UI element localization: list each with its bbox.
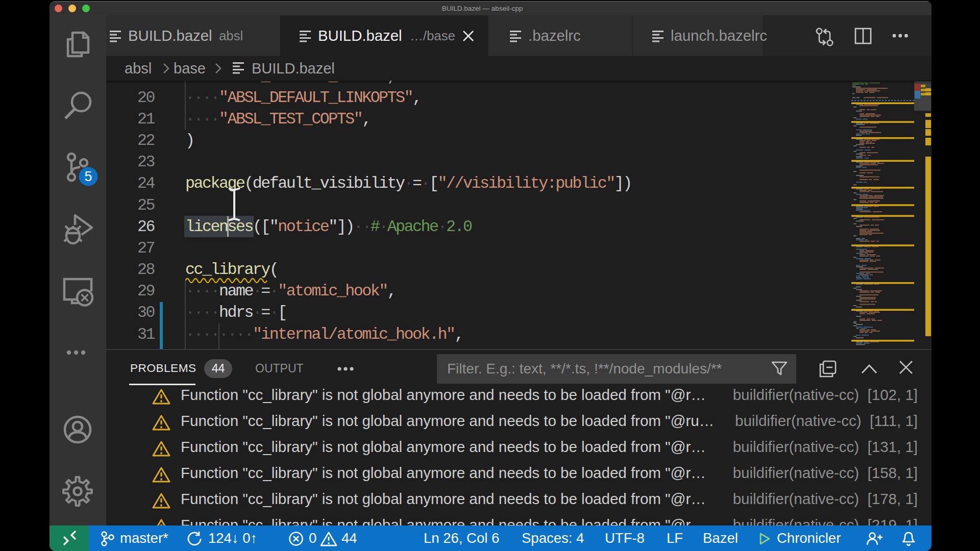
svg-text:5: 5 [84, 169, 92, 184]
